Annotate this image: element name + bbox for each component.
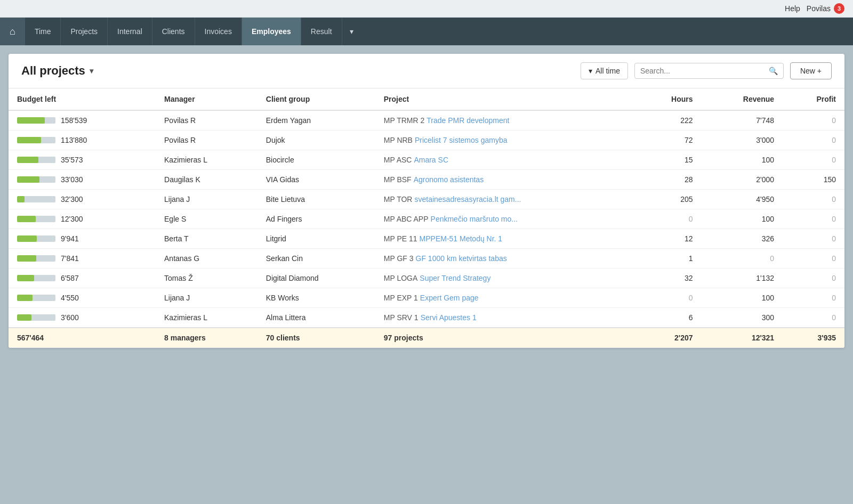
col-budget-left: Budget left (9, 88, 156, 110)
search-input[interactable] (640, 67, 765, 75)
nav-internal[interactable]: Internal (108, 18, 152, 45)
nav-internal-label: Internal (117, 27, 142, 36)
table-row[interactable]: 9'941 Berta TLitgridMP PE 11MPPEM-51 Met… (9, 229, 844, 249)
progress-fill (17, 255, 36, 262)
revenue-cell: 100 (702, 209, 783, 229)
progress-bar (17, 275, 55, 281)
title-dropdown-icon[interactable]: ▾ (90, 67, 93, 75)
table-row[interactable]: 32'300 Lijana JBite LietuvaMP TORsvetain… (9, 190, 844, 209)
budget-cell: 33'030 (9, 170, 156, 190)
help-link[interactable]: Help (785, 4, 800, 13)
table-row[interactable]: 35'573 Kazimieras LBiocircleMP ASCAmara … (9, 150, 844, 170)
project-name[interactable]: GF 1000 km ketvirtas tabas (416, 254, 507, 263)
profit-cell: 0 (783, 131, 844, 150)
project-name[interactable]: Penkmečio maršruto mo... (431, 215, 518, 223)
project-name[interactable]: Amara SC (414, 156, 448, 164)
revenue-cell: 100 (702, 150, 783, 170)
manager-cell: Tomas Ž (156, 269, 257, 288)
table-row[interactable]: 113'880 Povilas RDujokMP NRBPricelist 7 … (9, 131, 844, 150)
top-bar: Help Povilas 3 (0, 0, 853, 18)
profit-cell: 0 (783, 190, 844, 209)
nav-employees-label: Employees (252, 27, 291, 36)
manager-cell: Daugilas K (156, 170, 257, 190)
hours-cell: 222 (636, 110, 701, 131)
budget-value: 3'600 (61, 313, 79, 322)
revenue-cell: 3'000 (702, 131, 783, 150)
project-name[interactable]: Expert Gem page (420, 294, 479, 302)
user-menu[interactable]: Povilas 3 (807, 3, 844, 14)
summary-clients: 70 clients (257, 328, 375, 348)
project-name[interactable]: MPPEM-51 Metodų Nr. 1 (420, 234, 503, 243)
project-cell: MP EXP 1Expert Gem page (375, 288, 636, 308)
nav-more-dropdown[interactable]: ▾ (342, 18, 361, 45)
progress-bar (17, 196, 55, 202)
project-code: MP BSF (384, 175, 412, 184)
user-badge: 3 (834, 3, 844, 14)
table-row[interactable]: 158'539 Povilas RErdem YaganMP TRMR 2Tra… (9, 110, 844, 131)
progress-fill (17, 216, 36, 222)
project-name[interactable]: svetainesadresasyracia.lt gam... (414, 195, 521, 204)
progress-fill (17, 235, 37, 242)
nav-result-label: Result (311, 27, 332, 36)
col-project: Project (375, 88, 636, 110)
revenue-cell: 100 (702, 288, 783, 308)
project-name[interactable]: Agronomo asistentas (414, 175, 484, 184)
revenue-cell: 2'000 (702, 170, 783, 190)
profit-cell: 0 (783, 249, 844, 269)
project-name[interactable]: Pricelist 7 sistemos gamyba (415, 136, 508, 144)
table-row[interactable]: 4'550 Lijana JKB WorksMP EXP 1Expert Gem… (9, 288, 844, 308)
nav-time-label: Time (35, 27, 51, 36)
page-title: All projects ▾ (21, 64, 574, 78)
budget-value: 113'880 (61, 136, 87, 144)
time-filter-button[interactable]: ▾ All time (581, 62, 628, 79)
project-code: MP EXP 1 (384, 294, 418, 302)
table-row[interactable]: 3'600 Kazimieras LAlma LitteraMP SRV 1Se… (9, 308, 844, 328)
budget-cell: 7'841 (9, 249, 156, 269)
project-name[interactable]: Super Trend Strategy (420, 274, 490, 282)
budget-cell: 158'539 (9, 110, 156, 131)
project-code: MP SRV 1 (384, 313, 419, 322)
manager-cell: Kazimieras L (156, 150, 257, 170)
nav-invoices[interactable]: Invoices (195, 18, 242, 45)
nav-result[interactable]: Result (301, 18, 342, 45)
home-button[interactable]: ⌂ (0, 18, 25, 45)
project-code: MP ASC (384, 156, 412, 164)
summary-profit: 3'935 (783, 328, 844, 348)
budget-cell: 35'573 (9, 150, 156, 170)
budget-cell: 12'300 (9, 209, 156, 229)
progress-fill (17, 157, 38, 163)
budget-value: 158'539 (61, 116, 87, 125)
nav-time[interactable]: Time (25, 18, 61, 45)
revenue-cell: 0 (702, 249, 783, 269)
new-button[interactable]: New + (790, 62, 832, 79)
project-name[interactable]: Servi Apuestes 1 (421, 313, 477, 322)
project-name[interactable]: Trade PMR development (426, 116, 509, 125)
budget-value: 32'300 (61, 195, 83, 204)
client-group-cell: Dujok (257, 131, 375, 150)
project-code: MP GF 3 (384, 254, 414, 263)
hours-cell: 32 (636, 269, 701, 288)
revenue-cell: 4'950 (702, 190, 783, 209)
table-row[interactable]: 7'841 Antanas GSerkan CinMP GF 3GF 1000 … (9, 249, 844, 269)
client-group-cell: Ad Fingers (257, 209, 375, 229)
manager-cell: Berta T (156, 229, 257, 249)
col-revenue: Revenue (702, 88, 783, 110)
client-group-cell: Digital Diamond (257, 269, 375, 288)
nav-employees[interactable]: Employees (242, 18, 301, 45)
project-cell: MP ABC APPPenkmečio maršruto mo... (375, 209, 636, 229)
nav-projects[interactable]: Projects (61, 18, 108, 45)
budget-value: 33'030 (61, 175, 83, 184)
profit-cell: 0 (783, 288, 844, 308)
project-cell: MP LOGASuper Trend Strategy (375, 269, 636, 288)
table-row[interactable]: 12'300 Egle SAd FingersMP ABC APPPenkmeč… (9, 209, 844, 229)
progress-fill (17, 196, 25, 202)
progress-fill (17, 117, 45, 124)
nav-clients[interactable]: Clients (152, 18, 195, 45)
table-row[interactable]: 33'030 Daugilas KVIA GidasMP BSFAgronomo… (9, 170, 844, 190)
hours-cell: 1 (636, 249, 701, 269)
budget-cell: 6'587 (9, 269, 156, 288)
progress-bar (17, 216, 55, 222)
home-icon: ⌂ (10, 26, 15, 37)
table-row[interactable]: 6'587 Tomas ŽDigital DiamondMP LOGASuper… (9, 269, 844, 288)
project-code: MP LOGA (384, 274, 418, 282)
